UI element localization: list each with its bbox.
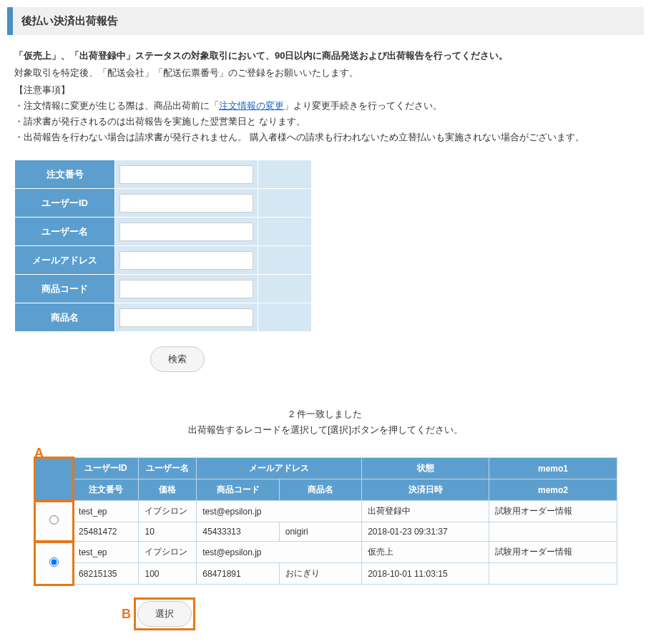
table-row: test_ep イプシロン test@epsilon.jp 仮売上 試験用オーダ…: [35, 542, 617, 563]
cell-memo2: [489, 563, 617, 585]
input-product-code[interactable]: [119, 280, 253, 298]
tail-cell: [258, 275, 312, 303]
tail-cell: [258, 189, 312, 218]
callout-b: B: [122, 607, 131, 622]
cell-email: test@epsilon.jp: [197, 501, 362, 522]
cell-product-code: 45433313: [197, 522, 279, 542]
search-form-table: 注文番号 ユーザーID ユーザー名 メールアドレス 商品コード 商品名: [14, 160, 312, 332]
cell-user-name: イプシロン: [139, 542, 197, 563]
cell-user-id: test_ep: [73, 501, 139, 522]
row-radio-0[interactable]: [49, 515, 59, 525]
search-button-row: 検索: [14, 346, 637, 372]
cell-price: 100: [139, 563, 197, 585]
results-table: ユーザーID ユーザー名 メールアドレス 状態 memo1 注文番号 価格 商品…: [34, 457, 617, 585]
tail-cell: [258, 303, 312, 332]
search-button[interactable]: 検索: [150, 346, 205, 372]
header-user-name: ユーザー名: [139, 458, 197, 479]
intro-bold: 「仮売上」、「出荷登録中」ステータスの対象取引において、90日以内に商品発送およ…: [14, 49, 637, 62]
notice-1-link[interactable]: 注文情報の変更: [219, 100, 284, 111]
content-area: 「仮売上」、「出荷登録中」ステータスの対象取引において、90日以内に商品発送およ…: [0, 49, 651, 630]
notice-3: ・出荷報告を行わない場合は請求書が発行されません。 購入者様への請求も行われない…: [14, 131, 637, 144]
label-product-code: 商品コード: [15, 275, 115, 303]
input-product-name[interactable]: [119, 308, 253, 327]
input-email[interactable]: [119, 251, 253, 270]
cell-status: 出荷登録中: [362, 501, 489, 522]
input-order-no[interactable]: [119, 165, 253, 184]
select-button[interactable]: 選択: [137, 601, 192, 627]
header-user-id: ユーザーID: [73, 458, 139, 479]
label-user-name: ユーザー名: [15, 218, 115, 246]
cell-settle-date: 2018-10-01 11:03:15: [362, 563, 489, 585]
cell-product-name: onigiri: [279, 522, 361, 542]
page-title: 後払い決済出荷報告: [13, 7, 127, 35]
tail-cell: [258, 218, 312, 246]
cell-price: 10: [139, 522, 197, 542]
table-row: 68215135 100 68471891 おにぎり 2018-10-01 11…: [35, 563, 617, 585]
cell-user-id: test_ep: [73, 542, 139, 563]
label-user-id: ユーザーID: [15, 189, 115, 218]
tail-cell: [258, 246, 312, 275]
header-radio: [35, 458, 73, 501]
cell-email: test@epsilon.jp: [197, 542, 362, 563]
intro-line1: 対象取引を特定後、「配送会社」「配送伝票番号」のご登録をお願いいたします。: [14, 67, 637, 79]
table-row: test_ep イプシロン test@epsilon.jp 出荷登録中 試験用オ…: [35, 501, 617, 522]
table-row: 25481472 10 45433313 onigiri 2018-01-23 …: [35, 522, 617, 542]
cell-product-name: おにぎり: [279, 563, 361, 585]
cell-memo1: 試験用オーダー情報: [489, 542, 617, 563]
notice-1-post: 」より変更手続きを行ってください。: [284, 100, 442, 111]
notice-label: 【注意事項】: [14, 84, 637, 97]
notice-1: ・注文情報に変更が生じる際は、商品出荷前に「注文情報の変更」より変更手続きを行っ…: [14, 99, 637, 112]
input-user-name[interactable]: [119, 223, 253, 241]
select-button-highlight: 選択: [134, 597, 195, 630]
label-email: メールアドレス: [15, 246, 115, 275]
label-order-no: 注文番号: [15, 160, 115, 189]
title-accent: [7, 7, 13, 35]
cell-order-no: 25481472: [73, 522, 139, 542]
cell-memo2: [489, 522, 617, 542]
header-memo2: memo2: [489, 479, 617, 501]
page-title-bar: 後払い決済出荷報告: [7, 7, 644, 35]
header-order-no: 注文番号: [73, 479, 139, 501]
results-count: 2 件一致しました: [14, 408, 637, 421]
cell-product-code: 68471891: [197, 563, 279, 585]
cell-user-name: イプシロン: [139, 501, 197, 522]
radio-cell: [35, 501, 73, 542]
notice-1-pre: ・注文情報に変更が生じる際は、商品出荷前に「: [14, 100, 219, 111]
label-product-name: 商品名: [15, 303, 115, 332]
header-product-code: 商品コード: [197, 479, 279, 501]
tail-cell: [258, 160, 312, 189]
notice-2: ・請求書が発行されるのは出荷報告を実施した翌営業日と なります。: [14, 115, 637, 128]
cell-status: 仮売上: [362, 542, 489, 563]
results-hint: 出荷報告するレコードを選択して[選択]ボタンを押してください。: [14, 424, 637, 436]
results-section: 2 件一致しました 出荷報告するレコードを選択して[選択]ボタンを押してください…: [14, 408, 637, 630]
header-product-name: 商品名: [279, 479, 361, 501]
header-settle-date: 決済日時: [362, 479, 489, 501]
radio-cell: [35, 542, 73, 585]
cell-order-no: 68215135: [73, 563, 139, 585]
header-memo1: memo1: [489, 458, 617, 479]
row-radio-1[interactable]: [49, 557, 59, 567]
header-price: 価格: [139, 479, 197, 501]
cell-settle-date: 2018-01-23 09:31:37: [362, 522, 489, 542]
select-button-row: B 選択: [14, 597, 637, 630]
cell-memo1: 試験用オーダー情報: [489, 501, 617, 522]
header-email: メールアドレス: [197, 458, 362, 479]
header-status: 状態: [362, 458, 489, 479]
callout-a: A: [34, 446, 44, 460]
input-user-id[interactable]: [119, 194, 253, 213]
